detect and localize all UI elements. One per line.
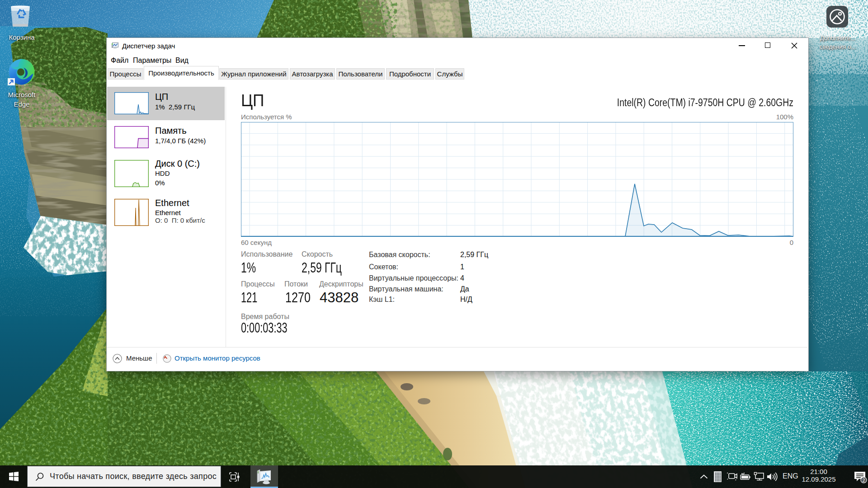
svg-text:2: 2 xyxy=(863,478,865,483)
